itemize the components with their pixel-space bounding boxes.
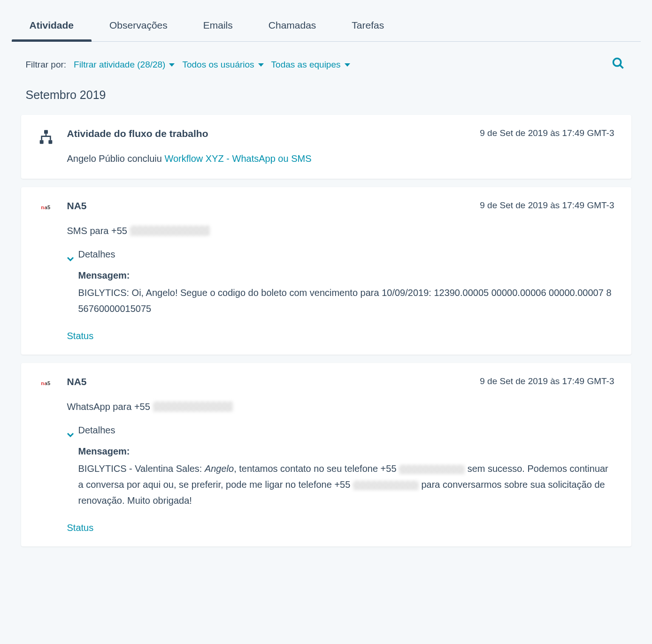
- redacted-phone: [353, 481, 419, 490]
- filter-row: Filtrar por: Filtrar atividade (28/28) T…: [12, 42, 641, 79]
- redacted-phone: [153, 402, 233, 412]
- chevron-down-icon: [67, 253, 74, 257]
- svg-rect-3: [39, 140, 43, 144]
- filter-activity-dropdown[interactable]: Filtrar atividade (28/28): [74, 60, 175, 70]
- tab-atividade[interactable]: Atividade: [26, 9, 78, 41]
- card-timestamp: 9 de Set de 2019 às 17:49 GMT-3: [480, 128, 614, 138]
- filter-activity-label: Filtrar atividade (28/28): [74, 60, 165, 70]
- search-icon: [612, 57, 625, 70]
- redacted-phone: [130, 226, 210, 236]
- search-button[interactable]: [610, 55, 627, 74]
- card-description-text: SMS para +55: [67, 224, 127, 238]
- workflow-link[interactable]: Workflow XYZ - WhatsApp ou SMS: [164, 153, 311, 164]
- message-label: Mensagem:: [78, 446, 614, 457]
- card-title: NA5: [67, 376, 87, 387]
- message-body: BIGLYTICS: Oi, Angelo! Segue o codigo do…: [78, 285, 614, 317]
- filter-users-label: Todos os usuários: [182, 60, 254, 70]
- details-toggle[interactable]: Detalhes: [67, 425, 614, 436]
- card-description-text: Angelo Públio concluiu: [67, 153, 165, 164]
- filter-label: Filtrar por:: [26, 60, 67, 70]
- card-description-text: WhatsApp para +55: [67, 400, 150, 414]
- activity-card-workflow: Atividade do fluxo de trabalho 9 de Set …: [21, 115, 631, 179]
- na5-logo-icon: na5: [38, 203, 54, 212]
- message-body: BIGLYTICS - Valentina Sales: Angelo, ten…: [78, 461, 614, 508]
- card-timestamp: 9 de Set de 2019 às 17:49 GMT-3: [480, 376, 614, 386]
- svg-rect-2: [44, 130, 48, 134]
- details-toggle-label: Detalhes: [78, 249, 115, 260]
- status-link[interactable]: Status: [67, 523, 614, 533]
- tab-observacoes[interactable]: Observações: [106, 9, 171, 41]
- na5-logo-icon: na5: [38, 379, 54, 387]
- tab-tarefas[interactable]: Tarefas: [348, 9, 388, 41]
- filter-teams-dropdown[interactable]: Todas as equipes: [271, 60, 350, 70]
- month-header: Setembro 2019: [12, 79, 641, 106]
- caret-down-icon: [169, 63, 175, 67]
- details-toggle-label: Detalhes: [78, 425, 115, 436]
- filter-users-dropdown[interactable]: Todos os usuários: [182, 60, 263, 70]
- status-link[interactable]: Status: [67, 331, 614, 341]
- svg-point-0: [613, 59, 621, 66]
- card-timestamp: 9 de Set de 2019 às 17:49 GMT-3: [480, 200, 614, 211]
- chevron-down-icon: [67, 429, 74, 432]
- activity-card-na5-whatsapp: na5 NA5 9 de Set de 2019 às 17:49 GMT-3 …: [21, 363, 631, 546]
- filter-teams-label: Todas as equipes: [271, 60, 341, 70]
- tab-emails[interactable]: Emails: [199, 9, 237, 41]
- svg-rect-4: [48, 140, 52, 144]
- activity-card-na5-sms: na5 NA5 9 de Set de 2019 às 17:49 GMT-3 …: [21, 187, 631, 355]
- tabs: Atividade Observações Emails Chamadas Ta…: [12, 9, 641, 42]
- card-title: NA5: [67, 200, 87, 212]
- message-label: Mensagem:: [78, 270, 614, 281]
- workflow-icon: [38, 129, 54, 145]
- details-toggle[interactable]: Detalhes: [67, 249, 614, 260]
- tab-chamadas[interactable]: Chamadas: [265, 9, 320, 41]
- caret-down-icon: [258, 63, 264, 67]
- caret-down-icon: [345, 63, 350, 67]
- card-title: Atividade do fluxo de trabalho: [67, 128, 208, 139]
- redacted-phone: [399, 465, 465, 474]
- svg-line-1: [620, 65, 623, 68]
